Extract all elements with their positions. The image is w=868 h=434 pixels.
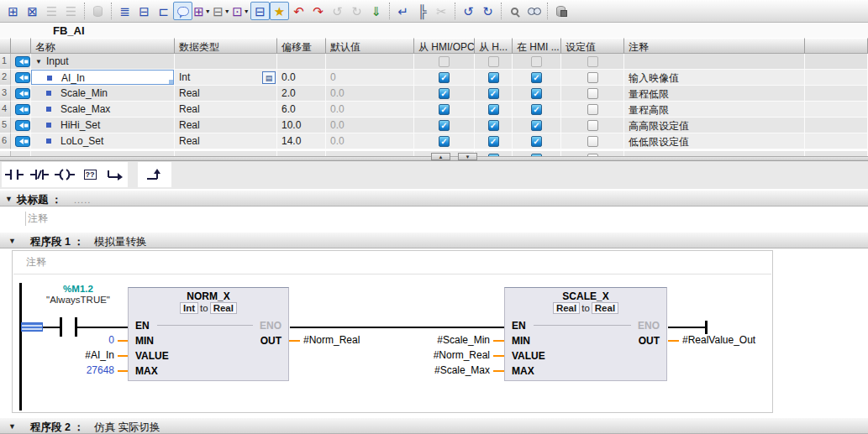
cell-name[interactable]: LoLo_Set xyxy=(31,133,175,149)
find-replace-icon[interactable] xyxy=(505,2,524,20)
cell-comment[interactable] xyxy=(624,54,805,70)
cell-comment[interactable]: 高高限设定值 xyxy=(624,118,805,133)
checkbox[interactable]: ✓ xyxy=(488,88,499,99)
checkbox[interactable]: ✓ xyxy=(531,120,542,131)
operand-scale-max[interactable]: #Scale_Max xyxy=(366,364,490,376)
cell-offset[interactable]: 0.0 xyxy=(277,70,326,86)
display-mode-icon[interactable]: ⊟ xyxy=(250,2,270,20)
cell-comment[interactable]: 低低限设定值 xyxy=(624,133,805,149)
checkbox[interactable] xyxy=(587,72,598,83)
cell-name[interactable]: Scale_Min xyxy=(31,86,175,102)
scroll-up-button[interactable]: ▲ xyxy=(431,153,450,160)
operand-scale-min[interactable]: #Scale_Min xyxy=(366,334,490,346)
checkbox[interactable]: ✓ xyxy=(439,120,450,131)
cell-resize-handle[interactable] xyxy=(169,80,173,84)
compile-icon[interactable]: ⇓ xyxy=(366,2,386,20)
cell-comment[interactable]: 输入映像值 xyxy=(624,70,805,86)
cell-offset[interactable]: 6.0 xyxy=(277,102,326,118)
network2-header-bar[interactable]: ▼ 程序段 2 ： 仿真 实际切换 xyxy=(0,417,868,434)
expand-caret-icon[interactable]: ▼ xyxy=(35,58,42,65)
cast-to-dropdown[interactable]: Real xyxy=(592,302,618,314)
network2-title[interactable]: 仿真 实际切换 xyxy=(94,421,160,434)
absolute-operands-icon[interactable]: ≣ xyxy=(115,2,134,20)
cell-default[interactable]: 0.0 xyxy=(326,133,414,149)
checkbox[interactable]: ✓ xyxy=(531,88,542,99)
previous-error-icon[interactable]: ↶ xyxy=(289,2,308,20)
checkbox[interactable]: ✓ xyxy=(488,136,499,147)
checkbox[interactable]: ✓ xyxy=(488,104,499,115)
name-edit-cell[interactable]: AI_In xyxy=(31,70,174,85)
contact-symbol[interactable]: "AlwaysTRUE" xyxy=(34,295,122,306)
operand-scale-value[interactable]: #Norm_Real xyxy=(366,349,490,361)
cell-default[interactable]: 0 xyxy=(326,70,414,86)
cell-datatype[interactable] xyxy=(175,54,277,70)
cell-default[interactable]: 0.0 xyxy=(326,118,414,133)
network2-caret-icon[interactable]: ▼ xyxy=(8,422,16,431)
nc-contact-button[interactable] xyxy=(27,162,52,187)
scroll-down-button[interactable]: ▼ xyxy=(458,153,477,160)
operand-scale-out[interactable]: #RealValue_Out xyxy=(682,334,755,346)
network1-comment-field[interactable]: 注释 xyxy=(26,255,46,269)
checkbox[interactable]: ✓ xyxy=(488,120,499,131)
checkbox[interactable]: ✓ xyxy=(439,104,450,115)
cast-from-dropdown[interactable]: Real xyxy=(553,302,580,314)
cell-comment[interactable]: 量程高限 xyxy=(624,102,805,118)
collapse-caret-icon[interactable]: ▼ xyxy=(5,195,13,203)
monitoring-icon[interactable] xyxy=(524,2,544,20)
redo-icon[interactable]: ↻ xyxy=(478,2,497,20)
checkbox[interactable]: ✓ xyxy=(531,136,542,147)
checkbox[interactable] xyxy=(587,88,598,99)
cell-offset[interactable]: 10.0 xyxy=(277,118,326,133)
contact-address[interactable]: %M1.2 xyxy=(34,284,122,295)
cell-default[interactable]: 0.0 xyxy=(326,102,414,118)
checkbox[interactable]: ✓ xyxy=(531,72,542,83)
checkbox[interactable]: ✓ xyxy=(439,136,450,147)
know-how-protection-icon[interactable] xyxy=(551,2,571,20)
no-contact-button[interactable] xyxy=(2,162,27,187)
close-all-networks-icon[interactable]: ⊟▼ xyxy=(212,2,231,20)
cell-name[interactable]: ▼Input xyxy=(31,54,175,70)
undo-icon[interactable]: ↺ xyxy=(459,2,478,20)
block-title-value[interactable]: ..... xyxy=(74,195,91,205)
delete-network-icon[interactable]: ⊠ xyxy=(23,2,42,20)
next-error-icon[interactable]: ↷ xyxy=(308,2,328,20)
operand-norm-max[interactable]: 27648 xyxy=(13,364,114,376)
cell-default[interactable] xyxy=(326,54,414,70)
empty-box-button[interactable]: ?? xyxy=(77,162,103,187)
norm-x-block[interactable]: NORM_X InttoReal EN ENO MIN OUT VALUE MA… xyxy=(128,287,289,381)
cell-datatype[interactable]: Real xyxy=(175,86,277,102)
datatype-dropdown-button[interactable]: ▤ xyxy=(262,71,276,84)
cell-default[interactable]: 0.0 xyxy=(326,86,414,102)
comments-toggle-icon[interactable] xyxy=(173,2,192,20)
cell-name[interactable]: Scale_Max xyxy=(31,102,175,118)
insert-network-icon[interactable]: ⊞ xyxy=(3,2,23,20)
call-structure-icon[interactable]: ╠ xyxy=(413,2,432,20)
open-branch-button[interactable] xyxy=(103,162,128,187)
cell-offset[interactable]: 2.0 xyxy=(277,86,326,102)
checkbox[interactable] xyxy=(587,104,598,115)
insert-segment-icon[interactable]: ⊡▼ xyxy=(231,2,250,20)
cell-datatype[interactable]: Real xyxy=(175,118,277,133)
close-branch-button[interactable] xyxy=(138,162,171,187)
checkbox[interactable]: ✓ xyxy=(439,88,450,99)
cell-name[interactable]: HiHi_Set xyxy=(31,118,175,133)
network1-caret-icon[interactable]: ▼ xyxy=(8,237,16,245)
cell-name[interactable]: AI_In xyxy=(31,70,175,86)
cell-offset[interactable]: 14.0 xyxy=(277,133,326,149)
open-all-networks-icon[interactable]: ⊞▼ xyxy=(192,2,212,20)
operand-norm-value[interactable]: #AI_In xyxy=(13,349,114,361)
checkbox[interactable]: ✓ xyxy=(439,72,450,83)
cell-comment[interactable]: 量程低限 xyxy=(624,86,805,102)
scale-x-block[interactable]: SCALE_X RealtoReal EN ENO MIN OUT VALUE … xyxy=(504,287,667,381)
cast-to-dropdown[interactable]: Real xyxy=(210,302,237,314)
collapse-networks-icon[interactable]: ⊏ xyxy=(154,2,173,20)
cell-datatype[interactable]: Real xyxy=(175,102,277,118)
operand-norm-out[interactable]: #Norm_Real xyxy=(303,334,360,346)
operand-norm-min[interactable]: 0 xyxy=(13,334,114,346)
cell-datatype[interactable]: Real xyxy=(175,133,277,149)
checkbox[interactable] xyxy=(587,120,598,131)
cell-datatype[interactable]: Int▤ xyxy=(175,70,277,86)
checkbox[interactable]: ✓ xyxy=(488,72,499,83)
go-to-related-icon[interactable]: ↵ xyxy=(393,2,413,20)
block-comment-field[interactable]: 注释 xyxy=(25,212,48,226)
